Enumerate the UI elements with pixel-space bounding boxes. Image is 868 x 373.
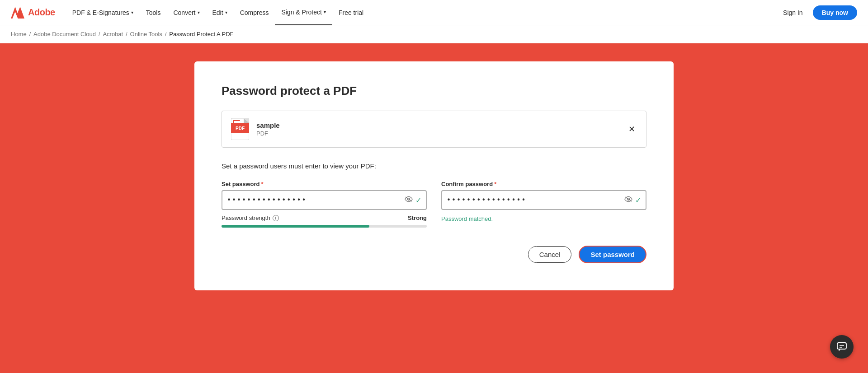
confirm-password-label: Confirm password * (441, 181, 646, 187)
adobe-svg-icon (11, 7, 24, 19)
password-matched-message: Password matched. (441, 215, 646, 222)
eye-icon[interactable] (624, 196, 632, 204)
nav-edit[interactable]: Edit ▾ (206, 0, 234, 25)
breadcrumb-online-tools[interactable]: Online Tools (130, 31, 162, 37)
set-password-input[interactable] (227, 196, 402, 204)
required-mark: * (261, 181, 264, 187)
nav-sign-protect[interactable]: Sign & Protect ▾ (275, 0, 332, 25)
nav-free-trial[interactable]: Free trial (332, 0, 370, 25)
confirm-password-group: Confirm password * ✓ Password matched. (441, 181, 646, 222)
strength-row: Password strength i Strong (222, 214, 427, 221)
chevron-down-icon: ▾ (225, 10, 227, 15)
breadcrumb-home[interactable]: Home (11, 31, 27, 37)
svg-rect-6 (233, 120, 234, 123)
file-row: PDF sample PDF ✕ (222, 111, 646, 148)
confirm-password-input[interactable] (447, 196, 622, 204)
chevron-down-icon: ▾ (324, 9, 326, 14)
nav-compress[interactable]: Compress (234, 0, 275, 25)
chevron-down-icon: ▾ (131, 10, 133, 15)
breadcrumb: Home / Adobe Document Cloud / Acrobat / … (0, 25, 868, 43)
chat-button[interactable] (830, 335, 854, 359)
file-remove-button[interactable]: ✕ (627, 123, 637, 135)
file-info: sample PDF (256, 121, 627, 137)
breadcrumb-sep: / (165, 31, 166, 37)
file-name: sample (256, 121, 627, 129)
nav-pdf-signatures[interactable]: PDF & E-Signatures ▾ (66, 0, 140, 25)
navbar: Adobe PDF & E-Signatures ▾ Tools Convert… (0, 0, 868, 25)
info-icon[interactable]: i (273, 215, 279, 221)
cancel-button[interactable]: Cancel (528, 246, 572, 263)
check-icon: ✓ (635, 196, 641, 205)
confirm-password-input-wrap: ✓ (441, 190, 646, 210)
breadcrumb-acrobat[interactable]: Acrobat (103, 31, 123, 37)
nav-convert[interactable]: Convert ▾ (167, 0, 206, 25)
set-password-group: Set password * ✓ (222, 181, 427, 228)
svg-rect-13 (837, 343, 846, 349)
svg-text:PDF: PDF (236, 126, 245, 131)
nav-tools[interactable]: Tools (140, 0, 167, 25)
check-icon: ✓ (415, 196, 421, 205)
pdf-file-icon: PDF (231, 118, 249, 140)
adobe-logo[interactable]: Adobe (11, 7, 55, 19)
password-protect-card: Password protect a PDF PDF sample PDF ✕ … (194, 61, 674, 290)
required-mark: * (494, 181, 496, 187)
action-buttons-row: Cancel Set password (222, 246, 646, 263)
set-password-button[interactable]: Set password (579, 246, 646, 263)
chat-icon (836, 341, 847, 352)
strength-value: Strong (408, 214, 427, 221)
set-password-label: Set password * (222, 181, 427, 187)
breadcrumb-current: Password Protect A PDF (169, 31, 233, 37)
strength-label: Password strength i (222, 214, 279, 221)
file-type: PDF (256, 130, 627, 137)
nav-buy-button[interactable]: Buy now (813, 5, 857, 20)
adobe-text: Adobe (28, 7, 55, 18)
eye-icon[interactable] (405, 196, 413, 204)
set-password-input-wrap: ✓ (222, 190, 427, 210)
chevron-down-icon: ▾ (198, 10, 200, 15)
breadcrumb-sep: / (126, 31, 127, 37)
svg-rect-5 (233, 120, 240, 121)
strength-bar-background (222, 225, 427, 228)
strength-bar-fill (222, 225, 369, 228)
main-background: Password protect a PDF PDF sample PDF ✕ … (0, 43, 868, 373)
svg-marker-1 (17, 7, 24, 19)
page-title: Password protect a PDF (222, 84, 646, 98)
breadcrumb-document-cloud[interactable]: Adobe Document Cloud (33, 31, 96, 37)
password-instruction: Set a password users must enter to view … (222, 162, 646, 170)
nav-signin[interactable]: Sign In (777, 9, 809, 16)
breadcrumb-sep: / (29, 31, 31, 37)
password-fields-row: Set password * ✓ (222, 181, 646, 228)
breadcrumb-sep: / (99, 31, 100, 37)
